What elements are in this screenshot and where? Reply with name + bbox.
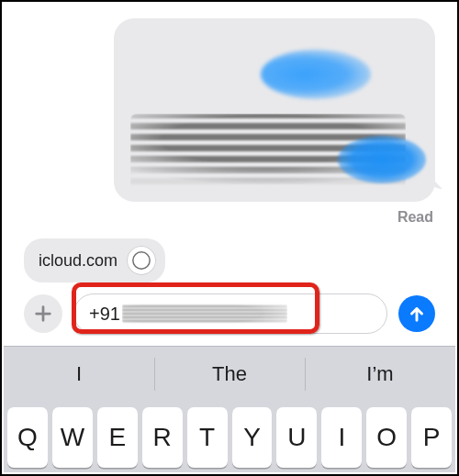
message-input[interactable]: +91 <box>73 293 387 334</box>
plus-icon <box>33 304 53 324</box>
safari-compass-icon <box>127 246 156 275</box>
suggestion-2[interactable]: The <box>154 347 305 402</box>
key-e[interactable]: E <box>97 407 138 468</box>
link-preview-row: icloud.com <box>24 238 165 282</box>
message-input-text: +91 <box>89 304 120 325</box>
redacted-image-blue-right <box>338 136 426 183</box>
ios-keyboard: I The I’m Q W E R T Y U I O P <box>4 346 455 472</box>
send-button[interactable] <box>398 295 435 332</box>
key-t[interactable]: T <box>187 407 228 468</box>
key-w[interactable]: W <box>52 407 93 468</box>
key-p[interactable]: P <box>411 407 452 468</box>
quicktype-bar: I The I’m <box>4 347 455 402</box>
screenshot-frame: Read icloud.com +91 <box>0 0 459 476</box>
link-preview-chip[interactable]: icloud.com <box>24 238 165 282</box>
read-receipt: Read <box>397 209 433 226</box>
redacted-phone-number <box>122 304 287 324</box>
suggestion-3[interactable]: I’m <box>305 347 455 402</box>
message-bubble[interactable] <box>114 18 435 202</box>
svg-marker-5 <box>138 260 142 264</box>
add-attachment-button[interactable] <box>24 294 62 333</box>
suggestion-1[interactable]: I <box>4 347 154 402</box>
link-preview-domain: icloud.com <box>39 251 118 271</box>
key-r[interactable]: R <box>142 407 183 468</box>
conversation-pane: Read <box>2 2 457 231</box>
arrow-up-icon <box>407 304 427 324</box>
redacted-image-blue <box>261 50 371 99</box>
key-o[interactable]: O <box>366 407 407 468</box>
compose-row: +91 <box>24 284 435 343</box>
keyboard-row-1: Q W E R T Y U I O P <box>4 402 455 468</box>
key-i[interactable]: I <box>321 407 362 468</box>
key-u[interactable]: U <box>276 407 317 468</box>
svg-marker-4 <box>140 257 145 261</box>
key-y[interactable]: Y <box>232 407 273 468</box>
key-q[interactable]: Q <box>7 407 48 468</box>
